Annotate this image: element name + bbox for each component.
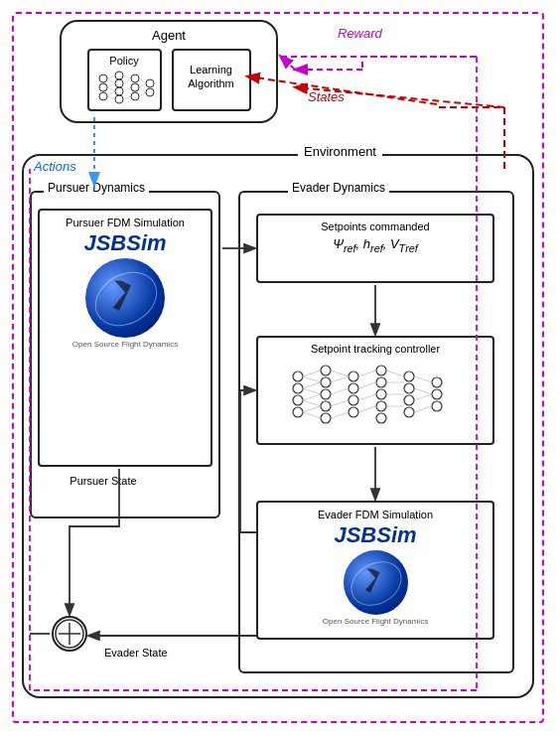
svg-point-48: [432, 377, 442, 387]
svg-line-55: [303, 394, 321, 400]
svg-point-35: [349, 371, 358, 381]
pursuer-globe-icon: [85, 258, 165, 338]
evader-plane-svg: [344, 550, 408, 615]
pursuer-open-source: Open Source Flight Dynamics: [40, 340, 210, 349]
svg-point-34: [321, 413, 331, 423]
svg-line-61: [331, 388, 349, 394]
svg-point-31: [321, 377, 331, 387]
pursuer-fdm-label: Pursuer FDM Simulation: [40, 217, 210, 228]
svg-point-38: [349, 407, 358, 417]
svg-line-56: [303, 400, 321, 406]
tracking-controller-box: Setpoint tracking controller: [256, 336, 494, 445]
sum-junction: [52, 616, 87, 652]
pursuer-fdm-box: Pursuer FDM Simulation JSBSim Open Sourc…: [38, 209, 212, 467]
svg-point-0: [99, 74, 107, 82]
svg-point-42: [376, 401, 386, 411]
sum-symbol: [54, 618, 85, 650]
svg-point-7: [131, 74, 139, 82]
svg-line-14: [107, 83, 115, 87]
ref-sub2: ref: [370, 242, 383, 254]
states-label: States: [308, 89, 345, 104]
svg-line-74: [414, 394, 432, 400]
environment-label: Environment: [298, 144, 382, 159]
svg-point-28: [293, 395, 303, 405]
evader-state-label: Evader State: [104, 647, 168, 659]
setpoints-formula: Ψref, href, VTref: [258, 236, 492, 254]
agent-box: Agent Policy: [60, 20, 278, 123]
svg-line-13: [107, 78, 115, 83]
svg-line-66: [358, 394, 376, 400]
svg-point-50: [432, 401, 442, 411]
policy-box: Policy: [87, 49, 162, 111]
svg-line-25: [139, 92, 146, 96]
svg-line-75: [414, 406, 432, 412]
svg-line-73: [414, 388, 432, 394]
svg-point-27: [293, 383, 303, 393]
svg-line-21: [123, 96, 131, 99]
evader-fdm-label: Evader FDM Simulation: [258, 509, 492, 520]
svg-point-3: [115, 72, 123, 79]
svg-point-47: [404, 407, 414, 417]
vt-symbol: V: [390, 236, 399, 251]
svg-line-64: [358, 370, 376, 376]
pursuer-dynamics-label: Pursuer Dynamics: [44, 181, 149, 195]
svg-line-53: [303, 382, 321, 388]
setpoints-box: Setpoints commanded Ψref, href, VTref: [256, 214, 494, 283]
svg-line-16: [107, 91, 115, 96]
svg-line-12: [107, 75, 115, 78]
svg-line-20: [123, 87, 131, 91]
svg-point-49: [432, 389, 442, 399]
evader-globe-icon: [344, 550, 408, 615]
ref-sub1: ref: [344, 242, 356, 254]
pursuer-jsbsim-text: JSBSim: [40, 230, 210, 256]
tracking-nn-icon: [286, 359, 465, 428]
svg-line-62: [331, 400, 349, 406]
svg-point-37: [349, 395, 358, 405]
svg-line-52: [303, 376, 321, 382]
svg-point-10: [146, 79, 154, 87]
svg-line-23: [139, 83, 146, 87]
svg-line-68: [386, 370, 404, 376]
evader-fdm-box: Evader FDM Simulation JSBSim Open Source…: [256, 501, 494, 640]
pursuer-plane-svg: [85, 258, 165, 338]
svg-line-67: [358, 406, 376, 412]
svg-line-24: [139, 87, 146, 92]
svg-point-41: [376, 389, 386, 399]
svg-point-5: [115, 87, 123, 95]
evader-open-source: Open Source Flight Dynamics: [258, 617, 492, 626]
evader-jsbsim-text: JSBSim: [258, 522, 492, 548]
tracking-title: Setpoint tracking controller: [258, 343, 492, 355]
svg-point-8: [131, 83, 139, 91]
svg-point-11: [146, 88, 154, 96]
svg-line-18: [123, 75, 131, 78]
svg-point-4: [115, 79, 123, 87]
svg-point-26: [293, 371, 303, 381]
svg-point-39: [376, 366, 386, 375]
neural-net-icon: [95, 70, 155, 105]
svg-point-6: [115, 95, 123, 103]
ref-sub3: ref: [405, 242, 418, 254]
svg-line-72: [414, 376, 432, 382]
psi-symbol: Ψ: [333, 236, 344, 251]
svg-point-44: [404, 371, 414, 381]
svg-point-30: [321, 366, 331, 375]
svg-line-65: [358, 382, 376, 388]
svg-line-57: [303, 406, 321, 412]
agent-label: Agent: [71, 28, 266, 43]
svg-line-17: [107, 96, 115, 99]
evader-dynamics-label: Evader Dynamics: [288, 181, 389, 195]
svg-line-58: [303, 412, 321, 418]
reward-label: Reward: [338, 26, 382, 41]
svg-point-36: [349, 383, 358, 393]
svg-line-59: [331, 370, 349, 376]
svg-line-15: [107, 87, 115, 91]
svg-point-32: [321, 389, 331, 399]
svg-point-29: [293, 407, 303, 417]
svg-point-9: [131, 92, 139, 100]
learning-label: Learning Algorithm: [180, 55, 243, 91]
svg-line-19: [123, 78, 131, 83]
svg-point-40: [376, 377, 386, 387]
svg-line-63: [331, 412, 349, 418]
learning-box: Learning Algorithm: [172, 49, 251, 111]
setpoints-title: Setpoints commanded: [258, 221, 492, 232]
